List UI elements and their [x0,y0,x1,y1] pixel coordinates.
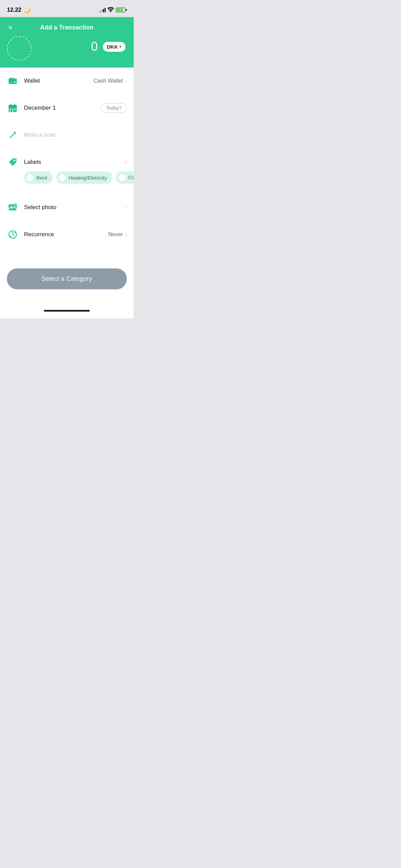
chip-dot-icon [119,174,125,181]
wifi-icon [108,7,114,13]
date-row[interactable]: December 1 Today? [0,95,134,122]
svg-rect-10 [14,104,15,106]
chip-dot-icon [59,174,66,181]
svg-rect-15 [12,110,13,111]
svg-rect-11 [10,109,11,110]
svg-rect-12 [12,109,13,110]
recurrence-row[interactable]: Recurrence Never › [0,221,134,248]
select-photo-label: Select photo [24,204,120,211]
currency-label: DKK [107,44,118,50]
select-photo-row[interactable]: Select photo › [0,194,134,221]
chip-coffee[interactable]: Coffee ☕ [116,171,134,184]
svg-rect-13 [14,109,16,110]
recurrence-label: Recurrence [24,231,103,238]
chevron-down-icon: ▾ [119,45,121,49]
svg-rect-4 [9,78,14,80]
signal-icon [99,8,106,12]
svg-point-5 [14,81,16,83]
moon-icon: 🌙 [24,7,31,14]
wallet-row[interactable]: Wallet Cash Wallet › [0,68,134,95]
recurrence-value-text: Never [108,231,123,238]
bottom-area: Select a Category [0,255,134,306]
wallet-icon [7,75,19,87]
labels-chips: Rent Heating/Eletricity Coffee ☕ W [0,171,134,191]
photo-icon [7,202,19,213]
svg-rect-8 [9,107,17,108]
date-label: December 1 [24,105,96,111]
transaction-header: × Add a Transaction 0 DKK ▾ [0,17,134,68]
labels-row[interactable]: Labels › [0,149,134,171]
svg-point-16 [14,160,15,161]
wallet-value-text: Cash Wallet [94,78,123,84]
header-top: × Add a Transaction [7,24,127,31]
chip-label: Coffee ☕ [128,174,134,181]
note-label[interactable]: Write a note [24,132,127,138]
svg-rect-9 [10,104,11,106]
pencil-icon [7,129,19,141]
status-time: 12.22 🌙 [7,7,31,14]
chip-dot-icon [27,174,34,181]
label-icon [7,156,19,168]
wallet-value: Cash Wallet › [94,78,127,84]
header-title: Add a Transaction [40,24,94,31]
svg-point-1 [110,11,111,12]
close-button[interactable]: × [7,23,14,33]
chevron-right-labels-icon: › [125,159,127,165]
calendar-icon [7,102,19,114]
chip-label: Heating/Eletricity [69,175,107,181]
today-badge[interactable]: Today? [101,103,127,113]
chevron-right-icon: › [125,78,127,84]
wallet-label: Wallet [24,77,88,84]
category-circle-placeholder[interactable] [7,36,32,61]
amount-value[interactable]: 0 [91,39,98,54]
form-list: Wallet Cash Wallet › December 1 Today? [0,68,134,255]
recurrence-value: Never › [108,231,127,238]
svg-rect-14 [10,110,11,111]
select-category-button[interactable]: Select a Category [7,268,127,289]
today-badge-wrapper: Today? [101,103,127,113]
status-bar: 12.22 🌙 ⚡ [0,0,134,17]
svg-rect-3 [9,80,17,81]
status-icons: ⚡ [99,7,127,13]
chevron-right-photo-icon: › [125,204,127,210]
home-bar [44,310,90,312]
currency-selector[interactable]: DKK ▾ [103,42,126,52]
chip-label: Rent [36,175,47,181]
chip-heating[interactable]: Heating/Eletricity [56,171,113,184]
labels-label: Labels [24,159,120,166]
battery-icon: ⚡ [116,8,127,12]
chip-rent[interactable]: Rent [24,171,53,184]
time-display: 12.22 [7,7,22,13]
recurrence-icon [7,229,19,240]
chevron-right-recurrence-icon: › [125,231,127,238]
home-indicator [0,306,134,318]
note-row[interactable]: Write a note [0,122,134,149]
